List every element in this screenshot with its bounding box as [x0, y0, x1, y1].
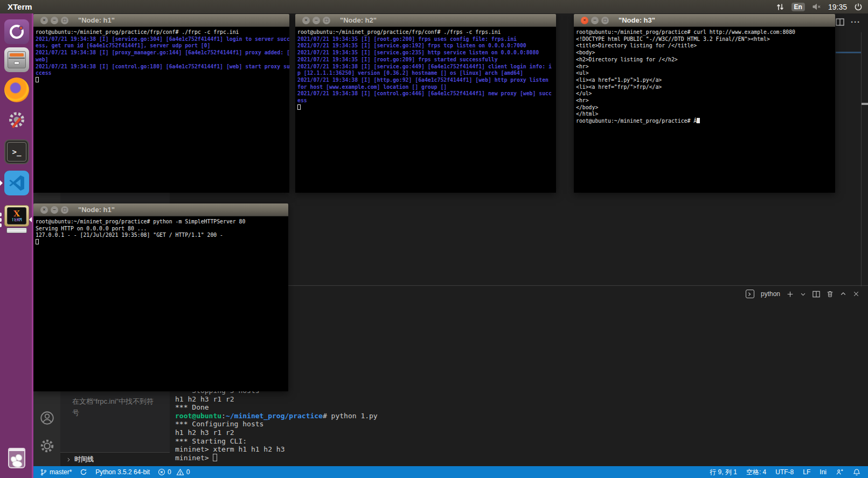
indentation-item[interactable]: 空格: 4: [746, 468, 766, 477]
eol-item[interactable]: LF: [803, 468, 810, 476]
vscode-icon[interactable]: [4, 171, 29, 195]
notifications-bell-icon[interactable]: [853, 468, 860, 476]
xterm-line: root@ubuntu:~/mininet_prog/practice# Á: [576, 118, 833, 125]
terminal-panel-header: python: [746, 287, 859, 301]
close-button[interactable]: ×: [302, 17, 310, 24]
xterm-line: 2021/07/21 19:34:38 [I] [control.go:446]…: [297, 90, 554, 97]
window-titlebar[interactable]: × − □ "Node: h3": [574, 14, 835, 27]
encoding-item[interactable]: UTF-8: [775, 468, 794, 476]
ubuntu-software-icon[interactable]: [4, 19, 29, 44]
window-title: "Node: h2": [340, 16, 377, 24]
power-menu-icon[interactable]: [854, 3, 863, 11]
terminal-content[interactable]: root@ubuntu:~/mininet_prog/practice/frp/…: [33, 27, 289, 193]
close-button[interactable]: ×: [40, 206, 48, 214]
window-title: "Node: h1": [78, 16, 115, 24]
close-panel-icon[interactable]: [853, 291, 859, 297]
cursor-position-item[interactable]: 行 9, 列 1: [710, 468, 737, 477]
clock[interactable]: 19:35: [828, 3, 847, 11]
close-button[interactable]: ×: [40, 17, 48, 24]
xterm-line: root@ubuntu:~/mininet_prog/practice/frp/…: [297, 29, 554, 36]
account-icon[interactable]: [40, 411, 54, 427]
terminal-cursor: [697, 118, 700, 123]
window-titlebar[interactable]: × − □ "Node: h2": [295, 14, 556, 27]
volume-muted-icon[interactable]: [812, 3, 821, 11]
xterm-monitor: XTERM: [4, 205, 29, 227]
gnome-top-bar: XTerm En 19:35: [0, 0, 868, 13]
vscode-status-bar: master* Python 3.5.2 64-bit 0 0: [33, 466, 868, 478]
split-terminal-icon[interactable]: [813, 291, 820, 298]
terminal-content[interactable]: root@ubuntu:~/mininet_prog/practice# cur…: [574, 27, 835, 193]
sync-icon[interactable]: [80, 468, 87, 476]
software-updater-icon[interactable]: [4, 108, 29, 133]
split-editor-icon[interactable]: [836, 18, 844, 26]
xterm-line: 2021/07/21 19:34:38 [I] [proxy_manager.g…: [36, 50, 287, 57]
feedback-icon[interactable]: [836, 468, 844, 476]
firefox-icon[interactable]: [4, 78, 29, 102]
language-mode-item[interactable]: Ini: [820, 468, 827, 476]
kill-terminal-trash-icon[interactable]: [827, 290, 834, 298]
xterm-line: ccess: [36, 70, 287, 77]
timeline-section[interactable]: 时间线: [60, 452, 170, 466]
chevron-down-icon[interactable]: [800, 291, 806, 297]
desktop: 在文档“frpc.ini”中找不到符号 时间线 ··· python: [0, 0, 868, 478]
xterm-line: [36, 239, 286, 246]
xterm-focused-indicator: [29, 217, 32, 222]
xterm-line: 2021/07/21 19:34:38 [I] [service.go:304]…: [36, 36, 287, 43]
timeline-label: 时间线: [74, 455, 94, 464]
close-button[interactable]: ×: [581, 17, 588, 24]
focused-app-name: XTerm: [8, 2, 32, 11]
minimize-button[interactable]: −: [313, 17, 320, 24]
terminal-line: h1 h2 h3 r1 r2: [175, 428, 378, 437]
terminal-content[interactable]: root@ubuntu:~/mininet_prog/practice/frp/…: [295, 27, 556, 193]
git-branch-item[interactable]: master*: [40, 468, 72, 476]
minimize-button[interactable]: −: [591, 17, 599, 24]
xterm-line: Serving HTTP on 0.0.0.0 port 80 ...: [36, 226, 286, 233]
minimize-button[interactable]: −: [51, 17, 58, 24]
maximize-button[interactable]: □: [601, 17, 609, 24]
xterm-line: <title>Directory listing for /</title>: [576, 43, 833, 50]
terminal-process-label[interactable]: python: [761, 290, 780, 298]
maximize-button[interactable]: □: [61, 17, 68, 24]
xterm-line: root@ubuntu:~/mininet_prog/practice/frp/…: [36, 29, 287, 36]
xterm-line: ess: [297, 97, 554, 104]
maximize-panel-icon[interactable]: [840, 291, 846, 297]
files-icon[interactable]: [4, 47, 29, 72]
xterm-line: root@ubuntu:~/mininet_prog/practice# cur…: [576, 29, 833, 36]
window-titlebar[interactable]: × − □ "Node: h1": [33, 203, 288, 216]
xterm-window-h3: × − □ "Node: h3" root@ubuntu:~/mininet_p…: [574, 14, 835, 193]
network-arrows-icon[interactable]: [776, 3, 784, 11]
keyboard-layout-badge[interactable]: En: [791, 3, 805, 11]
editor-scrollbar[interactable]: [861, 32, 862, 286]
xterm-window-h1-bottom: × − □ "Node: h1" root@ubuntu:~/mininet_p…: [33, 203, 288, 391]
xterm-line: <!DOCTYPE html PUBLIC "-//W3C//DTD HTML …: [576, 36, 833, 43]
window-title: "Node: h1": [78, 206, 115, 214]
minimize-button[interactable]: −: [51, 206, 58, 214]
xterm-line: <ul>: [576, 70, 833, 77]
scrollbar-marker[interactable]: [862, 103, 868, 105]
maximize-button[interactable]: □: [61, 206, 68, 214]
problems-item[interactable]: 0 0: [158, 468, 190, 476]
terminal-app-icon[interactable]: >_: [4, 139, 29, 164]
xterm-line: </ul>: [576, 90, 833, 97]
integrated-terminal[interactable]: *** Stopping 5 hostsh1 h2 h3 r1 r2*** Do…: [175, 386, 378, 462]
xterm-app-icon[interactable]: XTERM: [4, 205, 29, 235]
more-actions-icon[interactable]: ···: [851, 17, 860, 26]
terminal-content[interactable]: root@ubuntu:~/mininet_prog/practice# pyt…: [33, 216, 288, 391]
python-interpreter-item[interactable]: Python 3.5.2 64-bit: [95, 468, 150, 476]
terminal-line: root@ubuntu:~/mininet_prog/practice# pyt…: [175, 412, 378, 420]
xterm-line: </body>: [576, 104, 833, 111]
window-titlebar[interactable]: × − □ "Node: h1": [33, 14, 289, 27]
xterm-line: <li><a href="frp/">frp/</a>: [576, 84, 833, 91]
xterm-window-pip: [0, 218, 2, 222]
xterm-window-pip: [0, 213, 2, 216]
xterm-line: 127.0.0.1 - - [21/Jul/2021 19:35:08] "GE…: [36, 232, 286, 239]
xterm-line: for host [www.example.com] location [] g…: [297, 84, 554, 91]
maximize-button[interactable]: □: [323, 17, 330, 24]
trash-icon[interactable]: [4, 446, 29, 470]
new-terminal-icon[interactable]: [787, 291, 794, 298]
xterm-line: <li><a href="1.py">1.py</a>: [576, 77, 833, 84]
xterm-line: root@ubuntu:~/mininet_prog/practice# pyt…: [36, 219, 286, 226]
settings-gear-icon[interactable]: [40, 439, 54, 455]
window-title: "Node: h3": [619, 16, 655, 24]
terminal-line: *** Configuring hosts: [175, 420, 378, 428]
